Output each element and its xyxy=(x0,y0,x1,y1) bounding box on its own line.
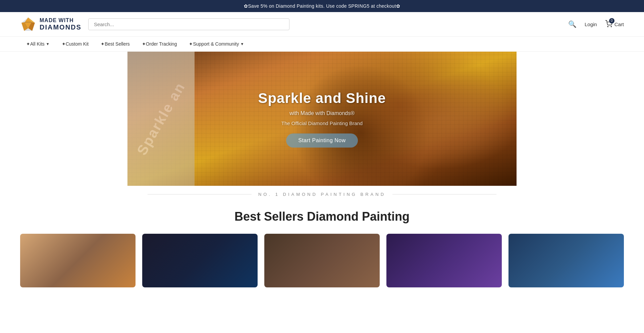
cart-badge: 0 xyxy=(609,18,614,23)
best-sellers-section: Best Sellers Diamond Painting xyxy=(0,203,644,287)
divider-line-right xyxy=(392,194,496,195)
product-card-2[interactable] xyxy=(142,234,258,287)
svg-point-8 xyxy=(611,26,611,27)
nav-custom-kit[interactable]: ✦Custom Kit xyxy=(56,37,95,51)
svg-point-7 xyxy=(607,26,608,27)
product-card-image-3 xyxy=(264,234,380,287)
nav-best-sellers[interactable]: ✦Best Sellers xyxy=(95,37,136,51)
all-kits-chevron-icon: ▼ xyxy=(46,42,50,46)
top-banner: ✿Save 5% on Diamond Painting kits. Use c… xyxy=(0,0,644,12)
product-card-image-1 xyxy=(20,234,136,287)
nav-all-kits[interactable]: ✦All Kits ▼ xyxy=(20,37,56,51)
banner-text: ✿Save 5% on Diamond Painting kits. Use c… xyxy=(244,3,400,9)
header-right: 🔍 Login 0 Cart xyxy=(568,20,624,29)
hero-section: Sparkle an Sparkle and Shine with Made w… xyxy=(127,52,517,186)
divider-line-left xyxy=(148,194,252,195)
cart-button[interactable]: 0 Cart xyxy=(605,20,624,29)
logo[interactable]: MADE WITH DIAMONDS xyxy=(20,16,82,32)
hero-subtitle1: with Made with Diamonds® xyxy=(289,110,355,116)
product-card-4[interactable] xyxy=(386,234,502,287)
product-card-3[interactable] xyxy=(264,234,380,287)
logo-made-with: MADE WITH xyxy=(40,17,82,23)
hero-overlay: Sparkle and Shine with Made with Diamond… xyxy=(127,52,517,186)
product-card-1[interactable] xyxy=(20,234,136,287)
hero-subtitle2: The Official Diamond Painting Brand xyxy=(281,120,363,126)
nav-support-community[interactable]: ✦Support & Community ▼ xyxy=(183,37,250,51)
hero-title: Sparkle and Shine xyxy=(258,90,386,106)
divider-text: No. 1 Diamond Painting Brand xyxy=(258,192,386,197)
divider-section: No. 1 Diamond Painting Brand xyxy=(127,186,517,203)
product-card-5[interactable] xyxy=(508,234,624,287)
product-card-image-2 xyxy=(142,234,258,287)
nav-order-tracking[interactable]: ✦Order Tracking xyxy=(136,37,183,51)
cart-icon-wrap: 0 xyxy=(605,20,612,29)
search-icon[interactable]: 🔍 xyxy=(568,20,577,28)
header: MADE WITH DIAMONDS 🔍 Login 0 Cart xyxy=(0,12,644,37)
search-input[interactable] xyxy=(88,18,289,30)
product-card-image-4 xyxy=(386,234,502,287)
start-painting-button[interactable]: Start Painting Now xyxy=(286,133,358,148)
best-sellers-title: Best Sellers Diamond Painting xyxy=(0,203,644,234)
nav-bar: ✦All Kits ▼ ✦Custom Kit ✦Best Sellers ✦O… xyxy=(0,37,644,52)
product-card-image-5 xyxy=(508,234,624,287)
logo-icon xyxy=(20,16,36,32)
logo-diamonds: DIAMONDS xyxy=(40,23,82,31)
products-row xyxy=(0,234,644,287)
support-chevron-icon: ▼ xyxy=(240,42,244,46)
cart-label: Cart xyxy=(614,21,624,27)
login-button[interactable]: Login xyxy=(585,21,597,27)
